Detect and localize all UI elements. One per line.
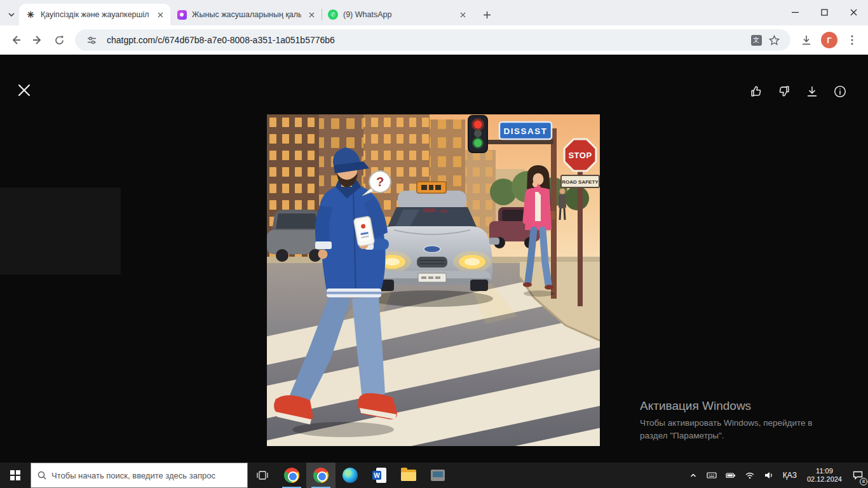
folder-icon: [401, 470, 416, 481]
chrome-icon: [313, 468, 329, 483]
tab-title: Қауіпсіздік және жауапкершіл: [41, 10, 150, 19]
taskbar-chrome-2[interactable]: [306, 463, 336, 488]
generated-image[interactable]: DISSAST STOP ROAD SAFETY: [267, 114, 600, 446]
word-icon: W: [372, 468, 386, 483]
image-viewer-overlay: DISSAST STOP ROAD SAFETY: [0, 55, 868, 463]
chevron-down-icon[interactable]: [4, 4, 19, 25]
tab-chatgpt[interactable]: ✳ Қауіпсіздік және жауапкершіл: [19, 4, 170, 25]
tab-close-icon[interactable]: [306, 10, 316, 20]
minimize-button[interactable]: [780, 0, 810, 24]
underlay-artifact: [0, 187, 121, 274]
stop-sign-text: STOP: [568, 151, 592, 160]
green-light: [474, 139, 482, 147]
url-text[interactable]: chatgpt.com/c/674d67b8-a7e0-8008-a351-1a…: [107, 35, 747, 45]
purple-app-favicon: [177, 10, 187, 20]
downloads-button[interactable]: [796, 29, 817, 51]
start-button[interactable]: [0, 463, 31, 488]
tab-title: Жыныс жасушаларының қалы: [192, 10, 301, 19]
address-bar[interactable]: chatgpt.com/c/674d67b8-a7e0-8008-a351-1a…: [75, 29, 790, 51]
app-icon: [431, 470, 445, 481]
maximize-button[interactable]: [810, 0, 839, 24]
action-center-button[interactable]: 8: [848, 463, 868, 488]
clock[interactable]: 11:09 02.12.2024: [801, 467, 848, 484]
tab-whatsapp[interactable]: ✆ (9) WhatsApp: [322, 4, 473, 25]
wifi-icon[interactable]: [740, 463, 759, 488]
search-icon: [37, 471, 46, 480]
watermark-line2: раздел "Параметры".: [640, 430, 812, 442]
taskbar-edge[interactable]: [336, 463, 365, 488]
battery-icon[interactable]: [721, 463, 740, 488]
notification-badge: 8: [860, 478, 867, 485]
viewer-actions: [745, 80, 851, 103]
whatsapp-favicon: ✆: [328, 10, 338, 20]
windows-logo-icon: [10, 470, 20, 480]
download-image-button[interactable]: [801, 80, 824, 103]
blue-sign-text: DISSAST: [503, 126, 547, 136]
tab-close-icon[interactable]: [155, 10, 165, 20]
tab-title: (9) WhatsApp: [343, 10, 452, 19]
browser-menu-icon[interactable]: [841, 29, 863, 51]
browser-tabstrip: ✳ Қауіпсіздік және жауапкершіл Жыныс жас…: [0, 0, 868, 25]
site-settings-icon[interactable]: [83, 31, 100, 49]
car-emblem: [424, 246, 440, 253]
taskbar-app-7[interactable]: [423, 463, 452, 488]
task-view-button[interactable]: [248, 463, 277, 488]
system-tray: ҚАЗ 11:09 02.12.2024 8: [684, 463, 868, 488]
translate-icon[interactable]: 文: [747, 31, 765, 49]
desktop: ✳ Қауіпсіздік және жауапкершіл Жыныс жас…: [0, 0, 868, 488]
taskbar-chrome-1[interactable]: [277, 463, 306, 488]
taskbar-word[interactable]: W: [365, 463, 394, 488]
watermark-title: Активация Windows: [640, 399, 812, 413]
road-safety-text: ROAD SAFETY: [562, 179, 599, 185]
chatgpt-favicon: ✳: [25, 10, 36, 20]
clock-date: 02.12.2024: [807, 475, 842, 484]
tab-gamma[interactable]: Жыныс жасушаларының қалы: [170, 4, 322, 25]
watermark-line1: Чтобы активировать Windows, перейдите в: [640, 417, 812, 430]
bookmark-star-icon[interactable]: [765, 31, 783, 49]
edge-icon: [342, 468, 358, 483]
clock-time: 11:09: [807, 467, 842, 475]
search-input[interactable]: [51, 471, 241, 480]
new-tab-button[interactable]: [478, 6, 496, 24]
info-button[interactable]: [829, 80, 851, 103]
touch-keyboard-icon[interactable]: [702, 463, 721, 488]
language-indicator[interactable]: ҚАЗ: [778, 463, 801, 488]
close-viewer-button[interactable]: [14, 80, 34, 100]
back-button[interactable]: [5, 29, 27, 51]
browser-toolbar: chatgpt.com/c/674d67b8-a7e0-8008-a351-1a…: [0, 25, 868, 55]
hidden-icons-chevron[interactable]: [684, 463, 702, 488]
volume-icon[interactable]: [759, 463, 778, 488]
window-controls: [780, 0, 868, 24]
red-light: [474, 121, 482, 129]
forward-button[interactable]: [27, 29, 48, 51]
chrome-icon: [284, 468, 299, 483]
windows-activation-watermark: Активация Windows Чтобы активировать Win…: [640, 399, 812, 443]
question-mark-text: ?: [376, 175, 384, 189]
close-window-button[interactable]: [839, 0, 868, 24]
tab-close-icon[interactable]: [458, 10, 468, 20]
reload-button[interactable]: [48, 29, 70, 51]
road-safety-illustration: DISSAST STOP ROAD SAFETY: [267, 114, 600, 446]
taskbar-search[interactable]: [31, 463, 248, 488]
windows-taskbar: W ҚАЗ 11:09 02.12: [0, 463, 868, 488]
taskbar-file-explorer[interactable]: [394, 463, 423, 488]
hand-over-mouth: [532, 182, 538, 187]
thumbs-down-button[interactable]: [773, 80, 796, 103]
thumbs-up-button[interactable]: [745, 80, 768, 103]
profile-avatar[interactable]: Г: [821, 32, 837, 48]
